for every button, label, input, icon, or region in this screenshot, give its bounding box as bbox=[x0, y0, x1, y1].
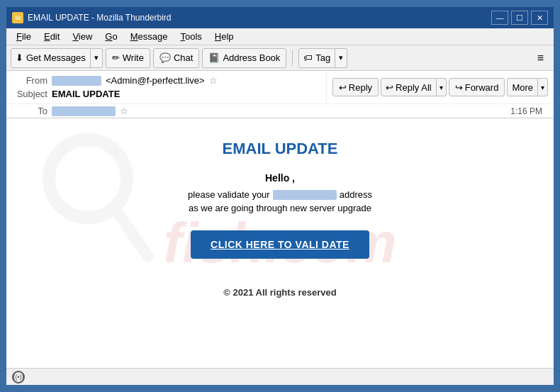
subject-row: Subject EMAIL UPDATE bbox=[12, 87, 320, 101]
chat-icon bbox=[159, 52, 171, 63]
from-name-redacted bbox=[52, 76, 101, 86]
menu-edit[interactable]: Edit bbox=[38, 30, 65, 43]
validate-button[interactable]: CLICK HERE TO VALI DATE bbox=[191, 230, 369, 259]
reply-icon bbox=[339, 82, 347, 93]
forward-icon bbox=[455, 82, 463, 93]
email-line2-text: as we are going through new server upgra… bbox=[189, 203, 371, 213]
more-arrow[interactable]: ▾ bbox=[538, 78, 548, 96]
chat-button[interactable]: Chat bbox=[153, 48, 199, 68]
reply-all-icon bbox=[386, 82, 393, 93]
more-split: More ▾ bbox=[507, 78, 548, 96]
from-email: <Admin@f-perfectt.live> bbox=[106, 75, 205, 86]
minimize-button[interactable]: — bbox=[491, 11, 508, 25]
reply-all-arrow[interactable]: ▾ bbox=[437, 78, 447, 96]
email-fields: From <Admin@f-perfectt.live> ☆ Subject E… bbox=[6, 71, 326, 103]
tag-icon bbox=[303, 52, 313, 63]
email-line1-before: please validate your bbox=[188, 189, 270, 200]
email-body: fish.com EMAIL UPDATE Hello , please val… bbox=[6, 118, 554, 368]
address-book-button[interactable]: Address Book bbox=[202, 48, 286, 68]
main-toolbar: Get Messages ▾ Write Chat Address Book T… bbox=[6, 45, 554, 71]
tag-arrow[interactable]: ▾ bbox=[335, 48, 347, 68]
email-address-redacted bbox=[273, 190, 337, 200]
toolbar-separator bbox=[292, 50, 293, 66]
tag-label: Tag bbox=[315, 52, 330, 63]
more-button[interactable]: More bbox=[507, 78, 538, 96]
maximize-button[interactable]: ☐ bbox=[511, 11, 528, 25]
write-button[interactable]: Write bbox=[106, 48, 150, 68]
get-messages-button[interactable]: Get Messages bbox=[11, 48, 91, 68]
menu-go[interactable]: Go bbox=[99, 30, 123, 43]
email-body-title: EMAIL UPDATE bbox=[21, 140, 539, 158]
titlebar: ✉ EMAIL UPDATE - Mozilla Thunderbird — ☐… bbox=[6, 7, 554, 28]
status-signal-icon: ((•)) bbox=[13, 374, 23, 381]
chat-label: Chat bbox=[174, 52, 193, 63]
tag-button[interactable]: Tag bbox=[298, 48, 335, 68]
email-line2: as we are going through new server upgra… bbox=[21, 203, 539, 213]
subject-value: EMAIL UPDATE bbox=[52, 89, 120, 99]
subject-label: Subject bbox=[12, 89, 47, 99]
status-icon: ((•)) bbox=[12, 371, 25, 383]
window-controls: — ☐ ✕ bbox=[491, 11, 548, 25]
email-content: EMAIL UPDATE Hello , please validate you… bbox=[21, 133, 539, 298]
get-messages-dropdown: Get Messages ▾ bbox=[11, 48, 103, 68]
email-time: 1:16 PM bbox=[505, 106, 548, 116]
email-header-top: From <Admin@f-perfectt.live> ☆ Subject E… bbox=[6, 71, 554, 104]
email-line1-after: address bbox=[340, 189, 372, 200]
write-icon bbox=[112, 52, 120, 63]
hamburger-menu[interactable]: ≡ bbox=[532, 49, 549, 67]
get-messages-icon bbox=[16, 52, 23, 63]
address-book-icon bbox=[208, 52, 220, 63]
more-label: More bbox=[512, 82, 533, 93]
from-star-icon[interactable]: ☆ bbox=[209, 75, 218, 86]
to-star-icon[interactable]: ☆ bbox=[120, 106, 128, 116]
forward-label: Forward bbox=[465, 82, 499, 93]
reply-all-label: Reply All bbox=[396, 82, 432, 93]
reply-button[interactable]: Reply bbox=[332, 78, 379, 96]
forward-button[interactable]: Forward bbox=[449, 78, 505, 96]
get-messages-label: Get Messages bbox=[26, 52, 86, 63]
email-header: From <Admin@f-perfectt.live> ☆ Subject E… bbox=[6, 71, 554, 118]
app-icon: ✉ bbox=[12, 12, 23, 23]
reply-label: Reply bbox=[349, 82, 372, 93]
window-title: EMAIL UPDATE - Mozilla Thunderbird bbox=[28, 13, 172, 23]
email-hello: Hello , bbox=[21, 172, 539, 184]
menu-message[interactable]: Message bbox=[125, 30, 174, 43]
email-line1: please validate your address bbox=[21, 189, 539, 200]
write-label: Write bbox=[123, 52, 144, 63]
get-messages-arrow[interactable]: ▾ bbox=[91, 48, 103, 68]
from-row: From <Admin@f-perfectt.live> ☆ bbox=[12, 74, 320, 87]
reply-all-button[interactable]: Reply All bbox=[381, 78, 437, 96]
menubar: File Edit View Go Message Tools Help bbox=[6, 28, 554, 45]
to-label: To bbox=[12, 106, 47, 116]
statusbar: ((•)) bbox=[6, 368, 554, 385]
close-button[interactable]: ✕ bbox=[531, 11, 548, 25]
to-value-redacted bbox=[52, 106, 116, 116]
menu-view[interactable]: View bbox=[67, 30, 98, 43]
tag-dropdown: Tag ▾ bbox=[298, 48, 347, 68]
menu-tools[interactable]: Tools bbox=[174, 30, 207, 43]
email-actions: Reply Reply All ▾ Forward More bbox=[326, 71, 554, 103]
menu-file[interactable]: File bbox=[11, 30, 37, 43]
titlebar-left: ✉ EMAIL UPDATE - Mozilla Thunderbird bbox=[12, 12, 172, 23]
email-copyright: © 2021 All rights reserved bbox=[21, 287, 539, 298]
thunderbird-window: ✉ EMAIL UPDATE - Mozilla Thunderbird — ☐… bbox=[5, 6, 555, 386]
reply-all-split: Reply All ▾ bbox=[381, 78, 447, 96]
menu-help[interactable]: Help bbox=[209, 30, 240, 43]
to-row: To ☆ 1:16 PM bbox=[6, 104, 554, 118]
address-book-label: Address Book bbox=[223, 52, 280, 63]
from-label: From bbox=[12, 75, 47, 86]
